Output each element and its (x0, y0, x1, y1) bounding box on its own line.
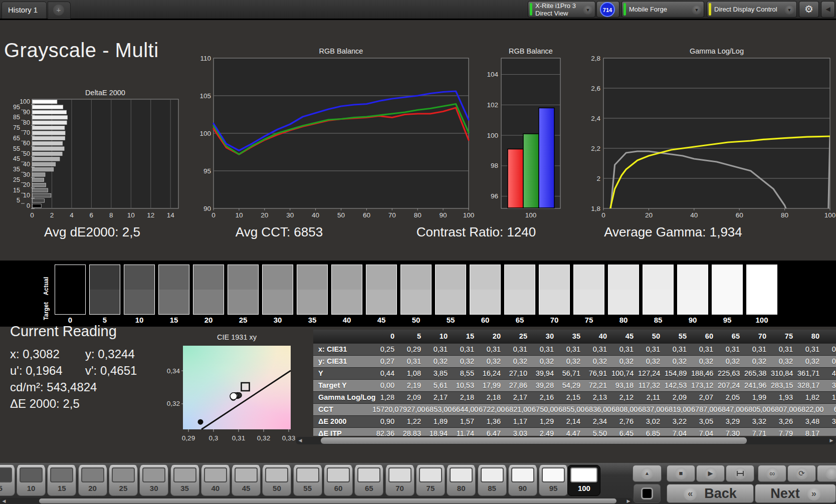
actual-swatch-half (470, 265, 500, 290)
stop-button[interactable]: ■ (667, 465, 695, 482)
chevron-down-icon[interactable]: ▼ (784, 6, 794, 15)
level-button-15[interactable]: 15 (47, 465, 76, 496)
level-button-10[interactable]: 10 (17, 465, 46, 496)
level-button-40[interactable]: 40 (201, 465, 230, 496)
grayscale-swatch-85 (643, 265, 674, 315)
level-label: 15 (48, 484, 76, 492)
toolbar-scrollbar[interactable]: ◀ ▶ (0, 498, 633, 504)
settings-button[interactable]: ⚙ (799, 1, 819, 18)
add-tab-button[interactable]: + (48, 2, 71, 19)
meter-count-button[interactable]: 714 (596, 1, 619, 18)
level-button-20[interactable]: 20 (78, 465, 107, 496)
next-button[interactable]: Next » (755, 484, 836, 503)
svg-text:15: 15 (13, 187, 20, 194)
level-button-5[interactable]: 5 (0, 465, 15, 496)
level-button-50[interactable]: 50 (262, 465, 291, 496)
svg-text:35: 35 (13, 166, 20, 173)
chevron-down-icon[interactable]: ▼ (692, 6, 702, 15)
loop-button[interactable]: ∞ (758, 465, 786, 482)
scroll-right-icon[interactable]: ▶ (625, 498, 632, 504)
svg-text:2: 2 (596, 175, 600, 182)
level-button-25[interactable]: 25 (109, 465, 138, 496)
table-cell: 0,31 (691, 344, 718, 355)
target-swatch-half (470, 290, 500, 314)
meter-dropdown[interactable]: X-Rite i1Pro 3Direct View ▼ (528, 1, 595, 18)
svg-text:20: 20 (261, 211, 268, 219)
extra-button[interactable] (817, 465, 836, 482)
source-dropdown[interactable]: Mobile Forge ▼ (621, 1, 704, 18)
table-cell: 0,32 (771, 356, 797, 367)
level-button-95[interactable]: 95 (539, 465, 568, 496)
target-row-label: Target (43, 302, 50, 320)
target-swatch-half (366, 290, 396, 314)
table-row-label: Gamma Log/Log (313, 392, 372, 403)
table-cell: 6644,00 (452, 404, 479, 415)
table-cell: 17,99 (479, 380, 505, 391)
pattern-window-button[interactable] (634, 484, 661, 503)
scroll-left-icon[interactable]: ◀ (1, 498, 8, 504)
table-cell: 0,32 (479, 356, 505, 367)
grayscale-swatch-25 (228, 265, 259, 315)
level-button-30[interactable]: 30 (139, 465, 168, 496)
svg-text:RGB Balance: RGB Balance (319, 47, 363, 55)
grayscale-swatch-80 (608, 265, 639, 315)
table-cell: 7,04 (665, 428, 691, 436)
level-button-100[interactable]: 100 (567, 465, 600, 496)
level-button-35[interactable]: 35 (170, 465, 199, 496)
level-button-65[interactable]: 65 (354, 465, 383, 496)
table-cell: 3,85 (426, 368, 452, 379)
rgb-balance-bar-chart: RGB Balance9698100102104100 (480, 47, 566, 225)
level-button-85[interactable]: 85 (478, 465, 507, 496)
svg-text:104: 104 (487, 71, 498, 78)
table-scrollbar[interactable]: ◀ ▶ (296, 437, 836, 444)
target-swatch-half (332, 290, 362, 314)
table-cell: 6750,00 (532, 404, 558, 415)
grayscale-swatch-strip: Actual Target 05101520253035404550556065… (0, 261, 836, 327)
table-row-label: Target Y (313, 380, 372, 391)
level-swatch (81, 467, 104, 482)
level-button-80[interactable]: 80 (447, 465, 476, 496)
range-button[interactable] (726, 465, 754, 482)
chevron-down-icon[interactable]: ▼ (583, 6, 593, 15)
collapse-panel-button[interactable]: ◀ (821, 1, 835, 18)
table-cell: 3,32 (744, 416, 771, 427)
scroll-left-icon[interactable]: ◀ (297, 437, 304, 444)
toolbar-scrollbar-thumb[interactable] (39, 498, 616, 503)
level-button-45[interactable]: 45 (232, 465, 261, 496)
table-cell: 18,94 (426, 428, 452, 436)
pattern-up-button[interactable]: ▲ (633, 465, 662, 482)
level-label: 50 (263, 484, 291, 492)
svg-text:6: 6 (90, 211, 94, 219)
play-button[interactable]: ▶ (696, 465, 725, 482)
back-button[interactable]: « Back (667, 484, 754, 503)
grayscale-swatch-55 (435, 265, 466, 315)
table-row-label: ΔE 2000 (313, 416, 372, 427)
actual-swatch-half (263, 265, 293, 290)
level-swatch (357, 467, 380, 482)
table-cell: 1,89 (426, 416, 452, 427)
level-swatch (542, 467, 565, 482)
table-cell: 16,24 (479, 368, 505, 379)
level-button-70[interactable]: 70 (385, 465, 414, 496)
table-cell: 1,57 (452, 416, 479, 427)
tab-history-1[interactable]: History 1 (2, 2, 47, 19)
table-cell: 28,83 (399, 428, 426, 436)
svg-text:105: 105 (199, 92, 211, 100)
refresh-button[interactable]: ⟳ (787, 465, 816, 482)
current-reading-panel: Current Reading x: 0,3082 y: 0,3244 u': … (10, 323, 160, 412)
measurement-table: 0510152025303540455055606570758085x: CIE… (313, 330, 836, 436)
level-button-90[interactable]: 90 (508, 465, 537, 496)
level-button-55[interactable]: 55 (293, 465, 322, 496)
table-cell: 6,45 (611, 428, 638, 436)
table-scrollbar-thumb[interactable] (321, 437, 747, 444)
display-control-dropdown[interactable]: Direct Display Control ▼ (707, 1, 797, 18)
svg-text:50: 50 (337, 211, 345, 219)
level-button-75[interactable]: 75 (416, 465, 445, 496)
table-cell: 7927,00 (399, 404, 426, 415)
level-button-60[interactable]: 60 (324, 465, 353, 496)
table-cell: 6847,00 (718, 404, 744, 415)
table-cell: 3,48 (797, 416, 824, 427)
table-cell: 27,10 (505, 368, 532, 379)
scroll-right-icon[interactable]: ▶ (828, 437, 835, 444)
table-cell: 15720,00 (372, 404, 399, 415)
